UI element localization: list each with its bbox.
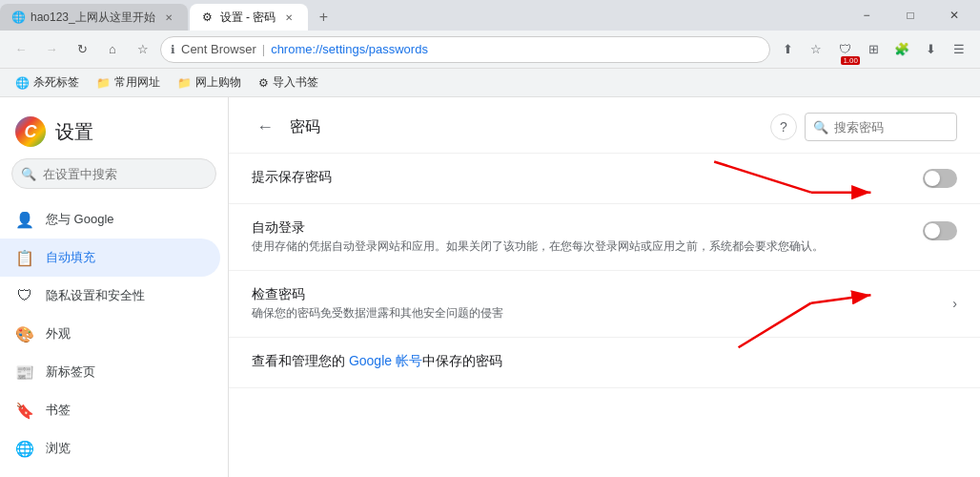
check-passwords-title: 检查密码: [252, 286, 937, 303]
titlebar: 🌐 hao123_上网从这里开始 ✕ ⚙ 设置 - 密码 ✕ + − □ ✕: [0, 0, 980, 31]
bookmarks-bar: 🌐 杀死标签 📁 常用网址 📁 网上购物 ⚙ 导入书签: [0, 69, 980, 97]
back-button[interactable]: ←: [8, 36, 34, 63]
bm-import-label: 导入书签: [273, 74, 318, 91]
autofill-icon: 📋: [15, 248, 34, 267]
bm-online-shop[interactable]: 📁 网上购物: [170, 73, 249, 93]
forward-button[interactable]: →: [38, 36, 65, 63]
panel-title: 密码: [290, 117, 759, 137]
google-account-link[interactable]: Google 帐号: [349, 353, 422, 368]
auto-login-toggle-knob: [925, 223, 940, 238]
close-button[interactable]: ✕: [932, 0, 976, 31]
navbar: ← → ↻ ⌂ ☆ ℹ Cent Browser | chrome://sett…: [0, 31, 980, 69]
check-passwords-row[interactable]: 检查密码 确保您的密码免受数据泄露和其他安全问题的侵害 ›: [229, 271, 980, 338]
reload-button[interactable]: ↻: [69, 36, 95, 63]
settings-search-input[interactable]: [11, 158, 216, 189]
import-icon: ⚙: [258, 76, 269, 90]
panel-back-button[interactable]: ←: [252, 114, 278, 140]
auto-login-toggle[interactable]: [923, 221, 957, 240]
sidebar-item-newtab-label: 新标签页: [46, 363, 95, 381]
auto-login-title: 自动登录: [252, 219, 908, 237]
bm-kill-tab[interactable]: 🌐 杀死标签: [8, 73, 87, 93]
address-separator: |: [262, 42, 265, 56]
newtab-icon: 📰: [15, 363, 34, 382]
tab-strip: 🌐 hao123_上网从这里开始 ✕ ⚙ 设置 - 密码 ✕ +: [0, 0, 845, 31]
address-actions: ⬆ ☆ 🛡 1.00 ⊞ 🧩 ⬇ ☰: [774, 36, 972, 63]
bookmarks-nav-icon: 🔖: [15, 401, 34, 420]
sidebar-item-autofill[interactable]: 📋 自动填充: [0, 238, 220, 277]
check-passwords-content: 检查密码 确保您的密码免受数据泄露和其他安全问题的侵害: [252, 286, 937, 321]
minimize-button[interactable]: −: [845, 0, 888, 31]
sidebar-item-browse[interactable]: 🌐 浏览: [0, 429, 220, 467]
sidebar-item-bookmarks[interactable]: 🔖 书签: [0, 391, 220, 429]
apps-button[interactable]: ⊞: [860, 36, 887, 63]
share-button[interactable]: ⬆: [774, 36, 801, 63]
sidebar-item-autofill-label: 自动填充: [46, 249, 95, 266]
save-passwords-content: 提示保存密码: [252, 169, 908, 188]
ext-badge: 1.00: [841, 56, 860, 65]
auto-login-desc: 使用存储的凭据自动登录网站和应用。如果关闭了该功能，在您每次登录网站或应用之前，…: [252, 238, 908, 255]
privacy-icon: 🛡: [15, 286, 34, 305]
bm-import[interactable]: ⚙ 导入书签: [251, 73, 326, 93]
search-icon: 🔍: [21, 167, 36, 181]
menu-button[interactable]: ☰: [946, 36, 972, 63]
save-passwords-title: 提示保存密码: [252, 169, 908, 186]
google-account-prefix: 查看和管理您的: [252, 353, 349, 368]
bm-online-shop-label: 网上购物: [195, 74, 241, 91]
save-passwords-toggle[interactable]: [923, 169, 957, 188]
sidebar-item-bookmarks-label: 书签: [46, 402, 71, 419]
google-icon: 👤: [15, 210, 34, 229]
bookmark-button[interactable]: ☆: [803, 36, 829, 63]
google-account-content: 查看和管理您的 Google 帐号中保存的密码: [252, 353, 957, 372]
settings-nav: 👤 您与 Google 📋 自动填充 🛡 隐私设置和安全性 🎨 外观 📰 新标签…: [0, 200, 228, 477]
tab-hao123-label: hao123_上网从这里开始: [31, 10, 155, 26]
tab-settings-favicon: ⚙: [201, 10, 214, 24]
shield-icon: 🛡: [839, 42, 851, 56]
new-tab-button[interactable]: +: [310, 4, 337, 31]
tab-settings-close[interactable]: ✕: [281, 10, 296, 25]
tab-settings[interactable]: ⚙ 设置 - 密码 ✕: [190, 4, 309, 31]
save-passwords-row: 提示保存密码: [229, 154, 980, 204]
download-button[interactable]: ⬇: [917, 36, 944, 63]
extensions-btn[interactable]: 🧩: [888, 36, 915, 63]
auto-login-row: 自动登录 使用存储的凭据自动登录网站和应用。如果关闭了该功能，在您每次登录网站或…: [229, 204, 980, 271]
google-account-row: 查看和管理您的 Google 帐号中保存的密码: [229, 338, 980, 388]
password-search-icon: 🔍: [813, 120, 828, 135]
brand-name: Cent Browser: [181, 42, 256, 56]
tab-hao123-close[interactable]: ✕: [161, 10, 176, 25]
sidebar-item-appearance[interactable]: 🎨 外观: [0, 315, 220, 353]
browse-icon: 🌐: [15, 439, 34, 458]
sidebar-item-appearance-label: 外观: [46, 325, 71, 342]
bm-common-sites[interactable]: 📁 常用网址: [89, 73, 168, 93]
main-area: C 设置 🔍 👤 您与 Google 📋 自动填充 🛡 隐私设置和安全性 🎨: [0, 97, 980, 477]
tab-hao123[interactable]: 🌐 hao123_上网从这里开始 ✕: [0, 4, 188, 31]
settings-title: 设置: [55, 119, 93, 145]
settings-logo: C: [15, 116, 46, 147]
maximize-button[interactable]: □: [888, 0, 932, 31]
check-passwords-chevron: ›: [952, 296, 957, 311]
shield-button[interactable]: 🛡 1.00: [831, 36, 858, 63]
search-passwords-container: 🔍: [805, 113, 957, 141]
sidebar-item-google-label: 您与 Google: [46, 211, 114, 228]
settings-search-container: 🔍: [11, 158, 216, 189]
panel-header: ← 密码 ? 🔍: [229, 97, 980, 154]
lock-icon: ℹ: [171, 43, 175, 56]
sidebar-item-newtab[interactable]: 📰 新标签页: [0, 353, 220, 391]
sidebar-item-privacy-label: 隐私设置和安全性: [46, 287, 145, 304]
extensions-button[interactable]: ☆: [130, 36, 156, 63]
google-account-title: 查看和管理您的 Google 帐号中保存的密码: [252, 353, 957, 370]
settings-header: C 设置: [0, 97, 228, 158]
window-controls: − □ ✕: [845, 0, 980, 31]
tab-hao123-favicon: 🌐: [11, 10, 25, 24]
online-shop-icon: 📁: [177, 76, 192, 90]
sidebar-item-google[interactable]: 👤 您与 Google: [0, 200, 220, 238]
common-sites-icon: 📁: [96, 76, 111, 90]
help-button[interactable]: ?: [770, 114, 797, 140]
sidebar-item-privacy[interactable]: 🛡 隐私设置和安全性: [0, 277, 220, 315]
bm-kill-tab-label: 杀死标签: [33, 74, 79, 91]
address-bar[interactable]: ℹ Cent Browser | chrome://settings/passw…: [160, 36, 770, 63]
search-passwords-input[interactable]: [834, 120, 949, 135]
settings-sidebar: C 设置 🔍 👤 您与 Google 📋 自动填充 🛡 隐私设置和安全性 🎨: [0, 97, 229, 477]
passwords-panel: ← 密码 ? 🔍: [229, 97, 980, 477]
home-button[interactable]: ⌂: [99, 36, 126, 63]
check-passwords-desc: 确保您的密码免受数据泄露和其他安全问题的侵害: [252, 305, 937, 321]
